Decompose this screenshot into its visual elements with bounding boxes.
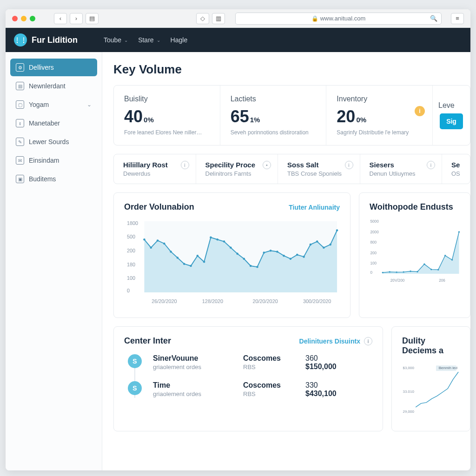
svg-point-51 [410, 271, 411, 272]
svg-text:1800: 1800 [127, 220, 138, 226]
sidebar-item-label: Manetaber [29, 119, 60, 127]
kpi-unit: 1% [250, 116, 260, 124]
list-item[interactable]: S Timegriaolement ordes CoscomesRBS 330$… [128, 381, 372, 398]
svg-point-24 [256, 266, 258, 268]
sidebar-item-yogam[interactable]: ▢ Yogam ⌄ [10, 96, 97, 113]
sidebar-item-dellivers[interactable]: ⚙ Dellivers [10, 59, 97, 76]
url-bar[interactable]: 🔒 www.anitual.com 🔍 [235, 13, 442, 25]
chart-woithopode-endusts: Woithopode Endusts 5000 2000 800 200 100… [359, 192, 470, 318]
chevron-down-icon: ⌄ [124, 38, 128, 43]
info-icon[interactable]: i [181, 161, 189, 169]
sidebar-item-manetaber[interactable]: ⫾ Manetaber [10, 114, 97, 132]
svg-point-47 [382, 272, 383, 273]
sidebar-item-label: Einsindam [29, 157, 59, 164]
svg-point-53 [423, 264, 425, 265]
svg-text:$3,000: $3,000 [403, 366, 414, 370]
sidebar-item-label: Lewer Sourds [29, 138, 69, 145]
svg-point-13 [183, 263, 185, 265]
menu-icon[interactable]: ≡ [451, 13, 464, 24]
list-item[interactable]: S SinerVouunegriaolement ordes CoscomesR… [128, 354, 372, 371]
kpi-desc: Sagrinfy Distributie l'e lemary [337, 129, 422, 136]
sidebar-toggle-icon[interactable]: ▤ [86, 13, 99, 24]
top-navbar: ⋮⋮ Fur Lidition Toube⌄ Stare⌄ Hagle [6, 28, 470, 52]
search-icon[interactable]: 🔍 [430, 15, 437, 22]
info-icon[interactable]: i [345, 161, 353, 169]
sidebar-item-label: Newnlerdant [29, 82, 66, 90]
tab-title: Se [451, 161, 461, 169]
nav-items: Toube⌄ Stare⌄ Hagle [104, 36, 187, 44]
svg-point-28 [283, 255, 285, 257]
nav-back-button[interactable]: ‹ [54, 13, 67, 24]
chart-link[interactable]: Tiuter Anliunaity [289, 204, 340, 211]
svg-text:800: 800 [370, 240, 377, 245]
metric-tabstrip: Hiliillary Rost Dewerdus i Specility Pro… [113, 154, 470, 184]
shield-icon[interactable]: ◇ [196, 13, 209, 24]
tab-se[interactable]: Se OS [442, 154, 470, 184]
svg-text:2000: 2000 [370, 230, 379, 234]
chart-title: Woithopode Endusts [370, 202, 453, 212]
svg-point-49 [396, 271, 397, 273]
dulty-deciems-card: Dulity Deciems a $3,000 Benmih led 33.01… [391, 326, 470, 431]
tab-hiliillary-rost[interactable]: Hiliillary Rost Dewerdus i [114, 154, 196, 184]
tab-sub: Dewerdus [123, 170, 186, 177]
zoom-window-dot[interactable] [30, 16, 35, 21]
svg-text:200: 200 [127, 248, 135, 253]
svg-text:180: 180 [127, 262, 135, 267]
browser-chrome: ‹ › ▤ ◇ ▥ 🔒 www.anitual.com 🔍 ≡ [6, 9, 470, 28]
chart-title: Order Volunabion [124, 202, 194, 212]
timeline-dot-icon: S [128, 354, 142, 368]
sidebar-item-einsindam[interactable]: ✉ Einsindam [10, 152, 97, 169]
kpi-row: Buislity 400% Fore leaned Elores Nee nil… [113, 85, 470, 145]
svg-point-9 [157, 239, 159, 242]
info-icon[interactable]: i [427, 161, 435, 169]
tab-siesers[interactable]: Siesers Denun Utliuymes i [360, 154, 443, 184]
kpi-label: Lactiets [231, 95, 316, 103]
svg-text:Benmih led: Benmih led [439, 366, 457, 370]
area-chart: 5000 2000 800 200 100 0 20V/200 206 [370, 217, 460, 286]
svg-text:200: 200 [370, 251, 377, 255]
line-chart: $3,000 Benmih led 33.010 29,000 [402, 362, 460, 420]
sidebar-item-newnlerdant[interactable]: ▤ Newnlerdant [10, 77, 97, 95]
svg-text:20/20/2020: 20/20/2020 [252, 298, 278, 304]
tab-soss-salt[interactable]: Soss Salt TBS Crose Sponiels i [278, 154, 360, 184]
svg-text:33.010: 33.010 [403, 390, 414, 394]
nav-forward-button[interactable]: › [70, 13, 83, 24]
nav-item-stare[interactable]: Stare⌄ [138, 36, 160, 44]
kpi-value: 40 [124, 107, 143, 126]
nav-item-hagle[interactable]: Hagle [171, 36, 188, 44]
page-title: Key Volume [113, 62, 470, 77]
svg-text:300/20/2020: 300/20/2020 [303, 298, 331, 304]
close-window-dot[interactable] [12, 16, 18, 21]
sidebar-item-lewer-sourds[interactable]: ✎ Lewer Sourds [10, 133, 97, 151]
card-link[interactable]: Delinituers Disuintx i [299, 337, 372, 345]
chevron-down-icon: ⌄ [87, 101, 92, 108]
sidebar-item-buditems[interactable]: ▣ Buditems [10, 170, 97, 188]
info-icon[interactable]: • [263, 161, 271, 169]
timeline-dot-icon: S [128, 381, 142, 395]
sig-button[interactable]: Sig [440, 113, 463, 129]
tab-title: Hiliillary Rost [123, 161, 186, 169]
kpi-label: Inventory [337, 95, 422, 103]
tab-sub: TBS Crose Sponiels [287, 170, 350, 177]
tab-specility-proce[interactable]: Specility Proce Delinitrors Farnts • [196, 154, 278, 184]
svg-text:206: 206 [439, 278, 445, 283]
nav-item-toube[interactable]: Toube⌄ [104, 36, 128, 44]
svg-point-25 [263, 251, 265, 254]
svg-text:100: 100 [370, 261, 377, 265]
info-badge-icon[interactable]: i [415, 106, 425, 116]
tab-sub: OS [451, 170, 461, 177]
svg-point-11 [170, 251, 172, 253]
brand[interactable]: ⋮⋮ Fur Lidition [14, 33, 78, 46]
svg-text:128/2020: 128/2020 [202, 298, 223, 304]
reader-icon[interactable]: ▥ [212, 13, 225, 24]
svg-point-55 [437, 269, 439, 271]
svg-point-54 [430, 269, 432, 270]
svg-text:20V/200: 20V/200 [390, 278, 405, 283]
timeline-list: S SinerVouunegriaolement ordes CoscomesR… [124, 354, 372, 398]
svg-point-18 [216, 238, 218, 241]
minimize-window-dot[interactable] [21, 16, 26, 21]
sidebar: ⚙ Dellivers ▤ Newnlerdant ▢ Yogam ⌄ ⫾ Ma… [6, 52, 102, 470]
tab-title: Siesers [370, 161, 433, 169]
svg-point-27 [276, 251, 278, 253]
svg-point-58 [458, 231, 460, 232]
